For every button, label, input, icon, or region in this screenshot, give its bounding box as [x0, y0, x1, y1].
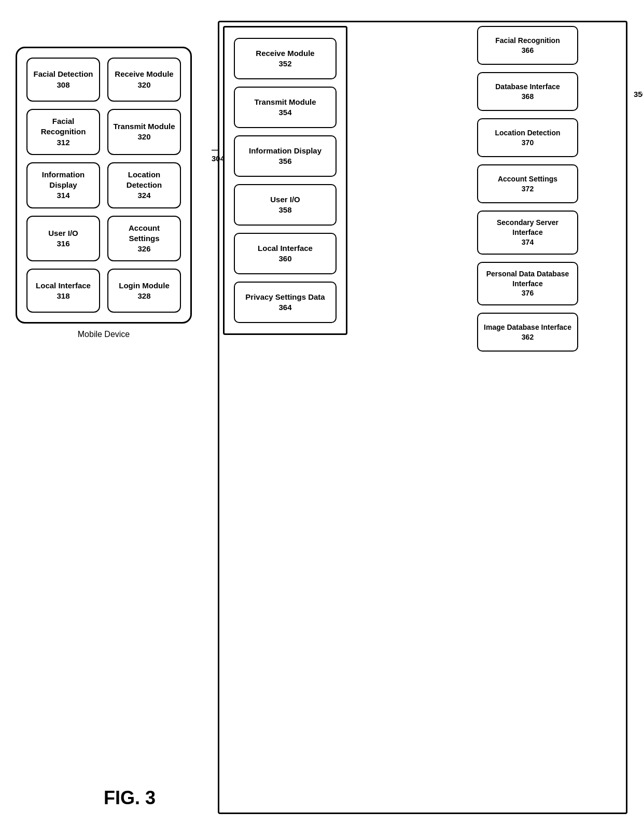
mobile-module-308: Facial Detection308: [26, 58, 100, 102]
mobile-module-320: Receive Module320: [107, 58, 181, 102]
module-number: 360: [278, 254, 291, 264]
module-number: 352: [278, 59, 291, 69]
mobile-module-328: Login Module328: [107, 269, 181, 313]
module-name: Local Interface: [36, 281, 91, 291]
right-module-362: Image Database Interface362: [477, 313, 578, 352]
module-name: Database Interface: [495, 82, 560, 92]
module-number: 368: [522, 92, 534, 102]
right-column: Facial Recognition366Database Interface3…: [477, 26, 578, 352]
module-name: User I/O: [270, 194, 300, 205]
mobile-device-section: Facial Detection308Receive Module320Faci…: [16, 47, 192, 339]
mobile-device-box: Facial Detection308Receive Module320Faci…: [16, 47, 192, 324]
module-number: 308: [57, 80, 69, 90]
server-module-358: User I/O358: [234, 184, 337, 226]
mobile-module-318: Local Interface318: [26, 269, 100, 313]
mobile-module-326: Account Settings326: [107, 216, 181, 262]
module-name: Facial Recognition: [32, 116, 95, 137]
figure-label: FIG. 3: [104, 787, 156, 809]
module-number: 364: [278, 302, 291, 313]
module-number: 328: [137, 291, 150, 301]
right-module-372: Account Settings372: [477, 164, 578, 203]
mobile-module-324: Location Detection324: [107, 162, 181, 208]
module-number: 312: [57, 137, 69, 148]
right-module-368: Database Interface368: [477, 72, 578, 111]
module-number: 314: [57, 190, 69, 201]
module-name: Location Detection: [113, 170, 176, 191]
module-number: 372: [522, 184, 534, 194]
right-module-376: Personal Data Database Interface376: [477, 262, 578, 306]
server-module-354: Transmit Module354: [234, 87, 337, 128]
module-name: Receive Module: [256, 48, 314, 59]
module-name: Privacy Settings Data: [245, 292, 325, 302]
module-number: 320: [137, 80, 150, 90]
mobile-device-label: Mobile Device: [16, 330, 192, 339]
module-name: Login Module: [119, 281, 169, 291]
mobile-module-314: Information Display314: [26, 162, 100, 208]
module-name: Personal Data Database Interface: [482, 269, 573, 289]
module-number: 324: [137, 190, 150, 201]
module-number: 366: [522, 46, 534, 55]
module-number: 318: [57, 291, 69, 301]
module-name: Facial Detection: [33, 69, 93, 79]
right-section: Facial Recognition366Database Interface3…: [477, 26, 578, 352]
module-name: Transmit Module: [254, 97, 316, 107]
module-name: Account Settings: [113, 223, 176, 244]
bracket-350-label: 350: [634, 90, 643, 99]
mobile-module-312: Facial Recognition312: [26, 109, 100, 155]
module-name: Location Detection: [495, 128, 560, 138]
module-number: 374: [522, 237, 534, 247]
server-module-352: Receive Module352: [234, 38, 337, 79]
module-number: 354: [278, 107, 291, 118]
module-name: Account Settings: [498, 174, 557, 184]
module-number: 358: [278, 205, 291, 215]
module-number: 356: [278, 156, 291, 166]
module-name: Secondary Server Interface: [482, 218, 573, 237]
right-module-366: Facial Recognition366: [477, 26, 578, 65]
server-module-364: Privacy Settings Data364: [234, 282, 337, 323]
mobile-module-320: Transmit Module320: [107, 109, 181, 155]
module-number: 320: [137, 132, 150, 142]
module-name: Image Database Interface: [484, 323, 571, 332]
module-name: Receive Module: [115, 69, 173, 79]
module-number: 316: [57, 239, 69, 249]
server-section: Receive Module352Transmit Module354Infor…: [223, 26, 347, 335]
server-box: Receive Module352Transmit Module354Infor…: [223, 26, 347, 335]
module-number: 326: [137, 244, 150, 254]
right-module-374: Secondary Server Interface374: [477, 211, 578, 255]
module-name: Facial Recognition: [495, 36, 560, 46]
module-name: Information Display: [32, 170, 95, 191]
module-name: Local Interface: [258, 243, 313, 254]
module-name: Information Display: [249, 146, 322, 156]
module-number: 362: [522, 332, 534, 342]
module-number: 376: [522, 288, 534, 298]
right-module-370: Location Detection370: [477, 118, 578, 157]
module-name: Transmit Module: [113, 121, 175, 132]
module-name: User I/O: [48, 228, 78, 239]
server-module-356: Information Display356: [234, 135, 337, 177]
mobile-module-316: User I/O316: [26, 216, 100, 262]
server-module-360: Local Interface360: [234, 233, 337, 274]
module-number: 370: [522, 138, 534, 148]
